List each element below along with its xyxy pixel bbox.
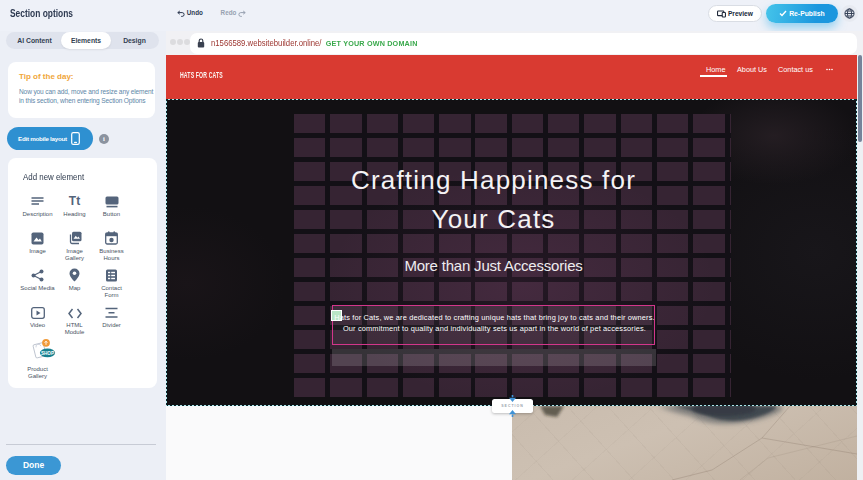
svg-text:SHOP: SHOP — [41, 351, 54, 356]
